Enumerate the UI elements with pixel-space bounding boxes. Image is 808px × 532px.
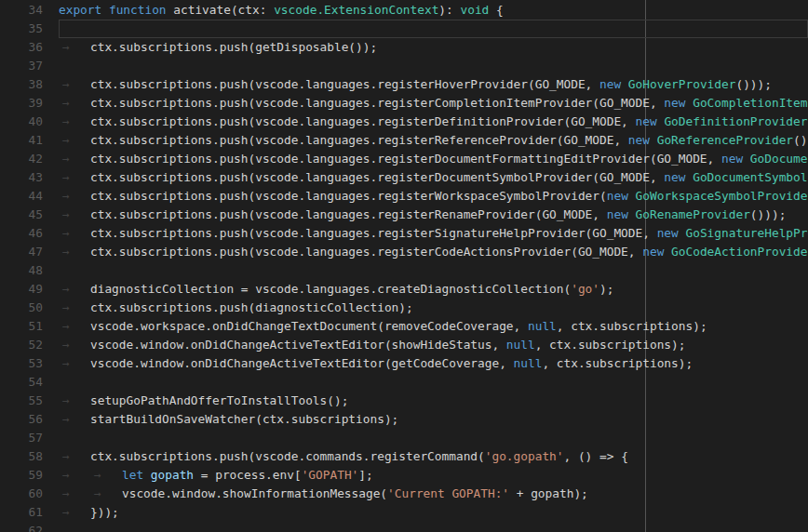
code-line[interactable]: 44→ctx.subscriptions.push(vscode.languag… — [0, 187, 808, 206]
token-plain: ())); — [750, 207, 787, 221]
tab-whitespace-icon: → — [90, 485, 122, 503]
token-plain — [650, 133, 657, 147]
code-text: →ctx.subscriptions.push(vscode.languages… — [43, 113, 808, 131]
code-line[interactable]: 40→ctx.subscriptions.push(vscode.languag… — [0, 113, 808, 131]
code-line[interactable]: 35 — [0, 20, 808, 38]
token-kw: export function — [59, 3, 173, 17]
code-line[interactable]: 42→ctx.subscriptions.push(vscode.languag… — [0, 150, 808, 168]
token-plain — [628, 207, 636, 221]
code-line[interactable]: 39→ctx.subscriptions.push(vscode.languag… — [0, 94, 808, 113]
code-line[interactable]: 50→ctx.subscriptions.push(diagnosticColl… — [0, 299, 808, 317]
token-type: GoCompletionItemProvider — [693, 96, 808, 110]
token-plain — [143, 468, 151, 482]
code-text: →startBuildOnSaveWatcher(ctx.subscriptio… — [43, 410, 808, 429]
token-plain: + gopath); — [509, 486, 588, 500]
code-line[interactable]: 62 — [0, 522, 808, 532]
tab-whitespace-icon: → — [59, 206, 90, 224]
line-number: 41 — [0, 131, 43, 150]
token-plain: diagnosticCollection = vscode.languages.… — [90, 282, 571, 296]
code-text: →ctx.subscriptions.push(vscode.languages… — [43, 150, 808, 168]
code-line[interactable]: 51→vscode.workspace.onDidChangeTextDocum… — [0, 317, 808, 336]
code-line[interactable]: 60→→vscode.window.showInformationMessage… — [0, 485, 808, 503]
code-line[interactable]: 56→startBuildOnSaveWatcher(ctx.subscript… — [0, 410, 808, 429]
token-plain: ctx.subscriptions.push(vscode.languages.… — [90, 133, 628, 147]
code-line[interactable]: 57 — [0, 429, 808, 447]
code-line[interactable]: 61→})); — [0, 503, 808, 522]
code-line[interactable]: 46→ctx.subscriptions.push(vscode.languag… — [0, 224, 808, 243]
tab-whitespace-icon: → — [59, 336, 90, 354]
token-kw: null — [528, 319, 557, 333]
code-line[interactable]: 45→ctx.subscriptions.push(vscode.languag… — [0, 206, 808, 224]
token-kw: new — [599, 77, 621, 91]
token-type: GoRenameProvider — [636, 207, 750, 221]
line-number: 45 — [0, 206, 43, 224]
token-str: 'go.gopath' — [485, 449, 564, 463]
code-text: →→let gopath = process.env['GOPATH']; — [43, 466, 808, 485]
line-number: 62 — [0, 522, 43, 532]
token-plain: ())); — [793, 133, 808, 147]
token-type: vscode.ExtensionContext — [274, 3, 438, 17]
code-text — [43, 373, 808, 392]
code-text: →→vscode.window.showInformationMessage('… — [43, 485, 808, 503]
code-line[interactable]: 58→ctx.subscriptions.push(vscode.command… — [0, 447, 808, 466]
token-kw: new — [664, 96, 685, 110]
token-plain: ctx.subscriptions.push(vscode.languages.… — [90, 77, 599, 91]
tab-whitespace-icon: → — [59, 503, 90, 522]
token-plain — [743, 152, 750, 166]
token-var: gopath — [151, 468, 194, 482]
token-kw: new — [628, 133, 650, 147]
token-type: GoDocumentSymbolProvider — [693, 170, 808, 184]
line-number: 59 — [0, 466, 43, 485]
code-line[interactable]: 43→ctx.subscriptions.push(vscode.languag… — [0, 168, 808, 187]
code-text: →vscode.workspace.onDidChangeTextDocumen… — [43, 317, 808, 336]
code-line[interactable]: 52→vscode.window.onDidChangeActiveTextEd… — [0, 336, 808, 354]
code-line[interactable]: 38→ctx.subscriptions.push(vscode.languag… — [0, 75, 808, 94]
tab-whitespace-icon: → — [59, 317, 90, 336]
line-number: 51 — [0, 317, 43, 336]
code-line[interactable]: 59→→let gopath = process.env['GOPATH']; — [0, 466, 808, 485]
code-line[interactable]: 54 — [0, 373, 808, 392]
code-text — [43, 261, 808, 280]
code-text — [43, 20, 808, 38]
token-plain: ctx.subscriptions.push(vscode.languages.… — [90, 152, 721, 166]
code-text: →ctx.subscriptions.push(vscode.languages… — [43, 94, 808, 113]
code-line[interactable]: 37 — [0, 57, 808, 75]
code-text — [43, 429, 808, 447]
code-text: →diagnosticCollection = vscode.languages… — [43, 280, 808, 299]
token-kw: new — [642, 245, 664, 259]
code-line[interactable]: 48 — [0, 261, 808, 280]
token-str: 'GOPATH' — [302, 468, 359, 482]
line-number: 61 — [0, 503, 43, 522]
line-number: 39 — [0, 94, 43, 113]
code-line[interactable]: 55→setupGoPathAndOfferToInstallTools(); — [0, 392, 808, 410]
code-text: →})); — [43, 503, 808, 522]
code-editor[interactable]: 34export function activate(ctx: vscode.E… — [0, 0, 808, 532]
code-text: →ctx.subscriptions.push(diagnosticCollec… — [43, 299, 808, 317]
line-number: 38 — [0, 75, 43, 94]
code-text — [43, 522, 808, 532]
token-plain: vscode.window.showInformationMessage( — [122, 486, 387, 500]
tab-whitespace-icon: → — [59, 113, 90, 131]
line-number: 35 — [0, 20, 43, 38]
line-number: 47 — [0, 243, 43, 261]
code-line[interactable]: 34export function activate(ctx: vscode.E… — [0, 1, 808, 20]
code-text: →ctx.subscriptions.push(vscode.commands.… — [43, 447, 808, 466]
tab-whitespace-icon: → — [59, 168, 90, 187]
code-line[interactable]: 49→diagnosticCollection = vscode.languag… — [0, 280, 808, 299]
code-line[interactable]: 47→ctx.subscriptions.push(vscode.languag… — [0, 243, 808, 261]
token-type: void — [460, 3, 489, 17]
code-text: →vscode.window.onDidChangeActiveTextEdit… — [43, 354, 808, 373]
token-plain: ctx.subscriptions.push(diagnosticCollect… — [90, 300, 413, 314]
line-number: 44 — [0, 187, 43, 206]
tab-whitespace-icon: → — [59, 224, 90, 243]
line-number: 52 — [0, 336, 43, 354]
code-text: →ctx.subscriptions.push(vscode.languages… — [43, 75, 808, 94]
token-plain: ctx.subscriptions.push(vscode.languages.… — [90, 226, 657, 240]
code-line[interactable]: 53→vscode.window.onDidChangeActiveTextEd… — [0, 354, 808, 373]
code-line[interactable]: 36→ctx.subscriptions.push(getDisposable(… — [0, 38, 808, 57]
token-plain: ]; — [358, 468, 372, 482]
token-kw: new — [721, 152, 743, 166]
token-plain — [679, 226, 686, 240]
code-line[interactable]: 41→ctx.subscriptions.push(vscode.languag… — [0, 131, 808, 150]
token-plain: vscode.window.onDidChangeActiveTextEdito… — [90, 356, 514, 370]
